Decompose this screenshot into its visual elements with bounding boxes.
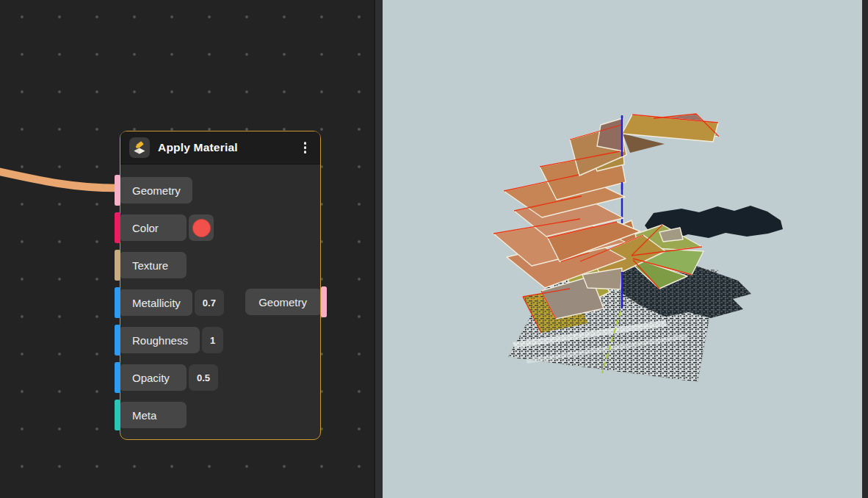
viewport-scene — [383, 0, 862, 498]
input-label-meta[interactable]: Meta — [120, 402, 187, 428]
node-graph-canvas[interactable]: Apply Material GeometryColorTextureMetal… — [0, 0, 374, 498]
input-label-texture[interactable]: Texture — [120, 252, 187, 278]
input-label-color[interactable]: Color — [120, 214, 187, 241]
apply-material-node[interactable]: Apply Material GeometryColorTextureMetal… — [120, 131, 321, 440]
quad-mauve-left — [597, 118, 623, 151]
input-label-metallicity[interactable]: Metallicity — [120, 289, 192, 316]
input-value-opacity[interactable]: 0.5 — [189, 364, 218, 391]
input-port-meta[interactable] — [115, 400, 120, 430]
right-edge-panel — [862, 0, 868, 498]
input-row-color: Color — [120, 214, 214, 241]
output-label-geometry[interactable]: Geometry — [245, 289, 320, 315]
node-title: Apply Material — [158, 141, 238, 154]
kebab-menu-icon[interactable] — [299, 139, 312, 156]
input-row-metallicity: Metallicity0.7 — [120, 289, 224, 316]
input-row-meta: Meta — [120, 402, 187, 428]
input-row-opacity: Opacity0.5 — [120, 364, 218, 391]
input-port-roughness[interactable] — [115, 325, 120, 356]
color-swatch-box[interactable] — [189, 214, 214, 241]
output-port-geometry[interactable] — [321, 286, 327, 317]
paint-bucket-icon — [129, 137, 150, 158]
input-row-roughness: Roughness1 — [120, 327, 223, 353]
geometry-wire[interactable] — [0, 171, 117, 188]
3d-viewport[interactable] — [383, 0, 862, 498]
output-row-geometry: Geometry — [245, 289, 320, 315]
input-value-roughness[interactable]: 1 — [202, 327, 223, 353]
input-row-texture: Texture — [120, 252, 187, 278]
color-swatch[interactable] — [192, 219, 211, 237]
input-label-opacity[interactable]: Opacity — [120, 364, 187, 391]
node-header[interactable]: Apply Material — [120, 131, 320, 165]
input-port-geometry[interactable] — [115, 175, 120, 206]
input-port-color[interactable] — [115, 212, 120, 243]
input-label-geometry[interactable]: Geometry — [120, 177, 192, 203]
input-port-opacity[interactable] — [115, 362, 120, 393]
input-label-roughness[interactable]: Roughness — [120, 327, 200, 353]
input-value-metallicity[interactable]: 0.7 — [195, 289, 224, 316]
input-row-geometry: Geometry — [120, 177, 192, 203]
panel-splitter[interactable] — [374, 0, 383, 498]
input-port-texture[interactable] — [115, 250, 120, 281]
input-port-metallicity[interactable] — [115, 287, 120, 318]
